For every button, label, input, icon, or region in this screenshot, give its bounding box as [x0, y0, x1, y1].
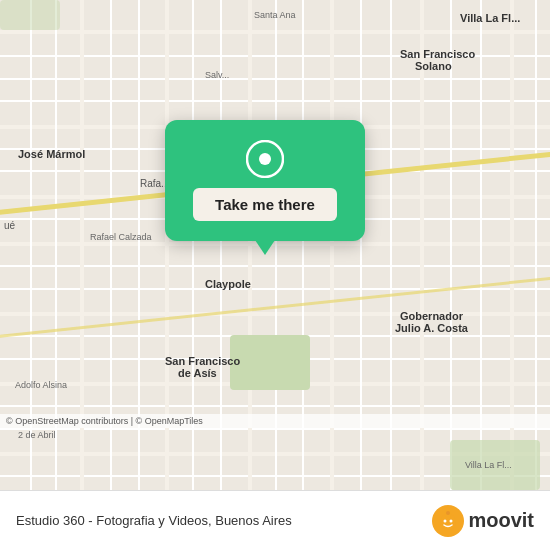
moovit-logo: moovit	[432, 505, 534, 537]
map-label: de Asís	[178, 367, 217, 379]
svg-point-3	[444, 519, 447, 522]
map-label: Santa Ana	[254, 10, 296, 20]
bottom-bar: Estudio 360 - Fotografia y Videos, Bueno…	[0, 490, 550, 550]
svg-point-6	[446, 511, 450, 515]
map-label: San Francisco	[400, 48, 475, 60]
location-pin-icon	[246, 140, 284, 178]
map-label: Julio A. Costa	[395, 322, 468, 334]
map-attribution: © OpenStreetMap contributors | © OpenMap…	[0, 414, 550, 428]
map-label: San Francisco	[165, 355, 240, 367]
map-label: 2 de Abril	[18, 430, 56, 440]
map-label: Claypole	[205, 278, 251, 290]
map-label: Villa La Fl...	[465, 460, 512, 470]
map-label: Salv...	[205, 70, 229, 80]
map-label: Solano	[415, 60, 452, 72]
map-label: José Mármol	[18, 148, 85, 160]
moovit-icon	[432, 505, 464, 537]
map-label: Gobernador	[400, 310, 463, 322]
moovit-wordmark: moovit	[468, 509, 534, 532]
moovit-face-icon	[438, 511, 458, 531]
svg-point-1	[259, 153, 271, 165]
take-me-there-button[interactable]: Take me there	[193, 188, 337, 221]
map-label: ué	[4, 220, 15, 231]
map-label: Adolfo Alsina	[15, 380, 67, 390]
map-container: Villa La Fl...San FranciscoSolanoJosé Má…	[0, 0, 550, 490]
map-label: Villa La Fl...	[460, 12, 520, 24]
popup-card: Take me there	[165, 120, 365, 241]
svg-point-4	[450, 519, 453, 522]
map-label: Rafael Calzada	[90, 232, 152, 242]
location-info: Estudio 360 - Fotografia y Videos, Bueno…	[16, 513, 292, 528]
